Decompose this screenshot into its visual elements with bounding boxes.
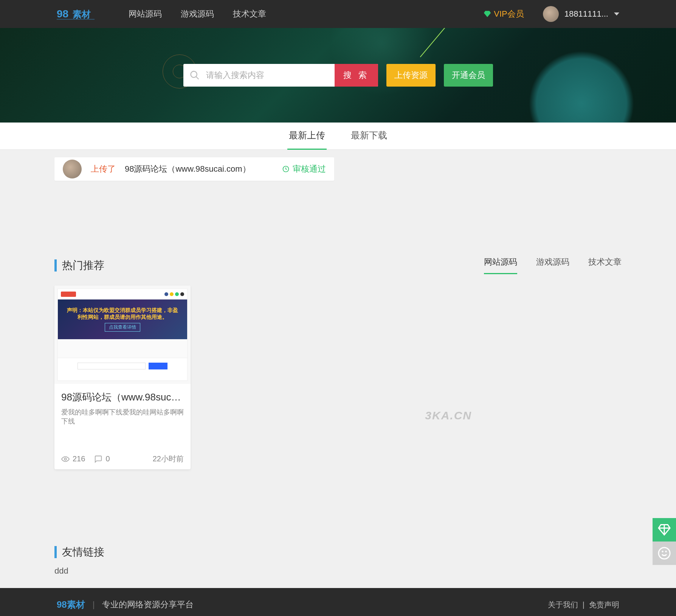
card-time: 22小时前 [153,454,184,464]
svg-text:98: 98 [57,8,68,20]
views-count: 216 [73,455,85,463]
svg-point-3 [191,71,197,78]
search-box: 搜 索 [183,64,378,87]
nav-item-game-source[interactable]: 游戏源码 [181,8,214,20]
watermark: 3KA.CN [425,409,472,422]
footer-divider: | [93,600,95,610]
footer-logo: 98素材 [57,599,85,611]
card-title: 98源码论坛（www.98sucai.co... [61,391,184,404]
user-menu[interactable]: 18811111... [543,6,619,22]
tabs-bar: 最新上传 最新下载 [0,123,676,150]
footer-link-disclaimer[interactable]: 免责声明 [589,600,619,610]
card-description: 爱我的哇多啊啊下线爱我的哇网站多啊啊下线 [61,408,184,426]
svg-point-9 [666,551,667,552]
card-views: 216 [61,455,85,463]
diamond-icon [483,10,491,18]
tab-latest-download[interactable]: 最新下载 [349,123,389,150]
svg-rect-2 [57,19,95,20]
svg-text:素材: 素材 [73,9,91,19]
hero-banner: 搜 索 上传资源 开通会员 [0,28,676,123]
clock-icon [282,165,290,173]
avatar [543,6,559,22]
avatar [63,160,82,178]
section-accent-bar [54,546,57,558]
friend-link[interactable]: ddd [54,566,68,576]
hot-tab-game-source[interactable]: 游戏源码 [536,256,569,274]
upload-action-label: 上传了 [91,163,116,175]
section-header-friends: 友情链接 [54,545,622,559]
hot-tab-tech-articles[interactable]: 技术文章 [588,256,622,274]
site-logo[interactable]: 98 素材 [57,6,102,22]
section-accent-bar [54,259,57,272]
footer-link-about[interactable]: 关于我们 [548,600,578,610]
svg-point-7 [659,548,670,559]
float-vip-button[interactable] [653,518,676,542]
upload-item[interactable]: 上传了 98源码论坛（www.98sucai.com） 审核通过 [54,157,334,181]
main-nav: 网站源码 游戏源码 技术文章 [129,8,266,20]
thumb-banner-text: 声明：本站仅为欧盟交消群成员学习搭建，非盈 [67,307,178,314]
search-icon [183,64,206,87]
nav-item-tech-articles[interactable]: 技术文章 [233,8,266,20]
svg-point-6 [64,458,67,460]
username-label: 18811111... [564,9,608,19]
svg-line-4 [196,77,198,79]
section-title: 友情链接 [62,545,104,559]
section-title: 热门推荐 [62,258,104,273]
search-button[interactable]: 搜 索 [335,64,378,87]
footer: 98素材 | 专业的网络资源分享平台 关于我们 | 免责声明 本站资源均来自互联… [0,588,676,616]
float-feedback-button[interactable] [653,542,676,565]
card-comments: 0 [94,455,110,463]
top-header: 98 素材 网站源码 游戏源码 技术文章 VIP会员 18811111... [0,0,676,28]
tab-latest-upload[interactable]: 最新上传 [287,123,327,150]
floating-buttons [653,518,676,565]
section-header-hot: 热门推荐 网站源码 游戏源码 技术文章 [54,256,622,274]
eye-icon [61,455,70,463]
comment-icon [94,455,102,463]
vip-label: VIP会员 [494,8,524,20]
hero-decoration [529,51,634,123]
upload-resource-button[interactable]: 上传资源 [386,64,436,87]
vip-badge[interactable]: VIP会员 [483,8,524,20]
resource-card[interactable]: 声明：本站仅为欧盟交消群成员学习搭建，非盈 利性网站，群成员请勿用作其他用途。 … [54,286,191,469]
upload-status: 审核通过 [282,163,326,175]
open-member-button[interactable]: 开通会员 [444,64,493,87]
hot-tab-website-source[interactable]: 网站源码 [484,256,517,274]
smile-icon [657,546,671,560]
upload-status-label: 审核通过 [293,163,326,175]
thumb-banner-text: 利性网站，群成员请勿用作其他用途。 [78,314,167,321]
diamond-icon [657,523,671,537]
footer-tagline: 专业的网络资源分享平台 [102,599,194,610]
svg-point-8 [662,551,663,552]
footer-link-separator: | [583,600,585,609]
nav-item-website-source[interactable]: 网站源码 [129,8,162,20]
comments-count: 0 [105,455,110,463]
search-input[interactable] [206,64,335,87]
chevron-down-icon [614,12,619,16]
card-thumbnail: 声明：本站仅为欧盟交消群成员学习搭建，非盈 利性网站，群成员请勿用作其他用途。 … [54,286,191,384]
upload-item-title: 98源码论坛（www.98sucai.com） [125,163,251,175]
thumb-cta: 点我查看详情 [105,323,140,332]
